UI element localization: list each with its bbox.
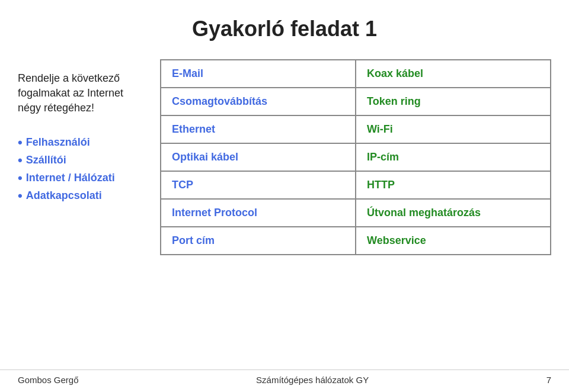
table-row: Optikai kábelIP-cím <box>161 143 551 171</box>
table-row: E-MailKoax kábel <box>161 60 551 88</box>
intro-text: Rendelje a következő fogalmakat az Inter… <box>18 71 148 116</box>
table-cell-right: Token ring <box>356 88 551 115</box>
table-cell-left: Ethernet <box>161 115 356 143</box>
table-cell-left: TCP <box>161 171 356 199</box>
bullet-item: Internet / Hálózati <box>18 169 148 187</box>
main-content: Rendelje a következő fogalmakat az Inter… <box>0 47 569 255</box>
table-cell-right: IP-cím <box>356 143 551 171</box>
table-cell-right: HTTP <box>356 171 551 199</box>
right-panel: E-MailKoax kábelCsomagtovábbításToken ri… <box>160 59 551 255</box>
bullet-item: Felhasználói <box>18 134 148 152</box>
footer-page: 7 <box>546 375 551 385</box>
bullet-item: Szállítói <box>18 152 148 169</box>
page-title: Gyakorló feladat 1 <box>0 0 569 47</box>
table-row: TCPHTTP <box>161 171 551 199</box>
footer-author: Gombos Gergő <box>18 375 79 385</box>
bullet-item: Adatkapcsolati <box>18 187 148 205</box>
table-cell-right: Koax kábel <box>356 60 551 88</box>
table-row: CsomagtovábbításToken ring <box>161 88 551 115</box>
terms-table: E-MailKoax kábelCsomagtovábbításToken ri… <box>160 59 551 255</box>
table-cell-left: Optikai kábel <box>161 143 356 171</box>
table-cell-left: Port cím <box>161 227 356 255</box>
table-cell-right: Webservice <box>356 227 551 255</box>
table-cell-left: E-Mail <box>161 60 356 88</box>
bullet-list: FelhasználóiSzállítóiInternet / Hálózati… <box>18 134 148 205</box>
table-cell-left: Csomagtovábbítás <box>161 88 356 115</box>
table-row: Port címWebservice <box>161 227 551 255</box>
table-row: Internet ProtocolÚtvonal meghatározás <box>161 199 551 227</box>
footer-course: Számítógépes hálózatok GY <box>256 375 369 385</box>
table-cell-right: Wi-Fi <box>356 115 551 143</box>
table-cell-left: Internet Protocol <box>161 199 356 227</box>
table-cell-right: Útvonal meghatározás <box>356 199 551 227</box>
footer: Gombos Gergő Számítógépes hálózatok GY 7 <box>0 369 569 385</box>
left-panel: Rendelje a következő fogalmakat az Inter… <box>18 59 148 255</box>
table-row: EthernetWi-Fi <box>161 115 551 143</box>
